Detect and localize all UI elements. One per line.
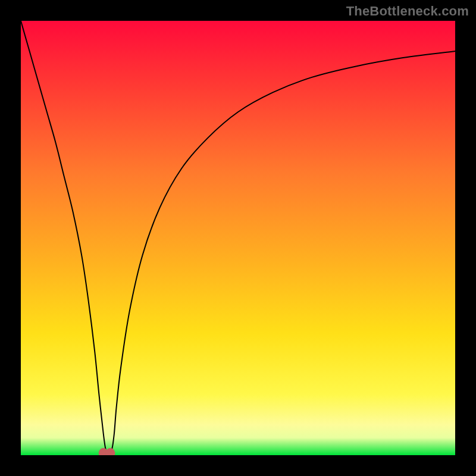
bottom-marker-group (99, 448, 115, 455)
plot-area (21, 21, 455, 455)
bottleneck-curve-path (21, 21, 455, 453)
bottom-marker-dot (105, 448, 115, 455)
curve-layer (21, 21, 455, 455)
watermark-text: TheBottleneck.com (346, 4, 469, 19)
chart-frame: TheBottleneck.com (0, 0, 476, 476)
bottleneck-curve (21, 21, 455, 453)
